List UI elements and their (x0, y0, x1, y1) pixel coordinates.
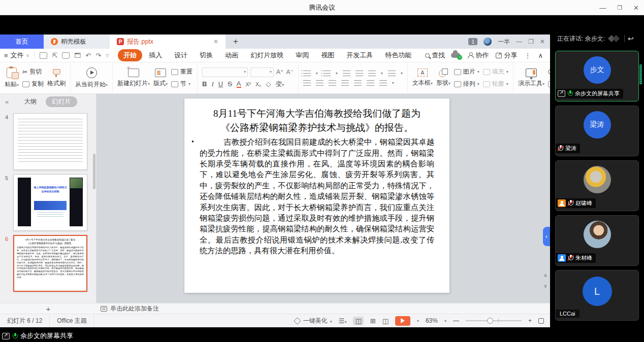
tab-start[interactable]: 开始 (118, 49, 142, 61)
save-icon[interactable] (40, 52, 47, 59)
subscript-button[interactable]: X₂ (255, 81, 261, 87)
decrease-indent-button[interactable] (343, 71, 350, 76)
collaborate-button[interactable]: 协作 (467, 51, 489, 60)
tab-animation[interactable]: 动画 (219, 49, 244, 61)
sidebar-collapse-icon[interactable]: « (5, 98, 9, 106)
underline-button[interactable]: U (218, 80, 223, 88)
normal-view-icon[interactable]: ◫ (353, 317, 363, 325)
increase-indent-button[interactable] (356, 71, 363, 76)
present-tools-button[interactable]: 演示工具▾ (518, 69, 544, 88)
strikethrough-button[interactable]: S (228, 80, 232, 88)
zoom-slider[interactable] (466, 320, 522, 321)
beautify-button[interactable]: 一键美化 ▴ (294, 317, 332, 325)
tab-outline[interactable]: 大纲 (24, 97, 37, 106)
reading-view-icon[interactable]: ◫ (382, 317, 389, 325)
collapse-ribbon-icon[interactable]: ∧ (538, 52, 543, 59)
output-icon[interactable]: ⇱ (52, 52, 57, 59)
tab-review[interactable]: 审阅 (290, 49, 314, 61)
align-right-button[interactable] (329, 80, 336, 86)
undo-icon[interactable]: ↶ (85, 52, 91, 59)
slide-thumb-4[interactable]: 4 (0, 113, 96, 170)
find-button[interactable]: 查找 (548, 67, 550, 76)
superscript-button[interactable]: X² (246, 81, 251, 87)
participant-tile-sharer[interactable]: 步文 佘步文的屏幕共享 (555, 51, 639, 101)
notes-toggle-icon[interactable]: ☰▾ (339, 317, 347, 325)
slide-6-thumbnail[interactable]: 8月11号下午河海大学吉伯海教授给我们做了题为 《公路桥梁钢箱梁养护技术与挑战》… (13, 235, 87, 292)
close-icon[interactable]: ✕ (633, 5, 639, 11)
section-button[interactable]: 节▾ (171, 80, 192, 88)
wps-restore-icon[interactable]: ❐ (528, 38, 534, 45)
font-name-select[interactable] (202, 67, 248, 77)
text-direction-button[interactable] (388, 71, 396, 76)
slide-thumb-5[interactable]: 5 海上风电桩基础静动力特性与全寿命安全控制 (0, 174, 96, 231)
participant-tile[interactable]: 朱材峰 (555, 215, 639, 266)
grow-font-button[interactable]: A⁺ (276, 69, 283, 76)
align-left-button[interactable] (303, 80, 311, 86)
layout-button[interactable]: 版式▾ (153, 69, 168, 88)
cut-button[interactable]: ✂ 剪切 (22, 67, 44, 76)
tab-home[interactable]: 首页 (0, 35, 44, 49)
copy-button[interactable]: 复制 (22, 80, 44, 88)
fill-button[interactable]: 填充▾ (483, 67, 508, 76)
text-tool-button[interactable]: 变▾ (275, 80, 284, 89)
zoom-out-button[interactable]: — (453, 317, 459, 324)
zoom-in-button[interactable]: + (528, 317, 532, 324)
line-spacing-button[interactable] (368, 71, 376, 76)
file-menu[interactable]: ≡ 文件 ∨ (4, 51, 29, 60)
clear-format-button[interactable]: ◇ (266, 80, 271, 88)
distribute-button[interactable] (354, 80, 362, 86)
participant-tile[interactable]: 赵啸峰 (555, 160, 639, 211)
paste-button[interactable]: 粘贴▾ (5, 67, 19, 89)
redo-icon[interactable]: ↷ (95, 52, 101, 59)
smart-typeset-button[interactable] (379, 80, 387, 86)
next-slide-icon[interactable]: ∨ (543, 283, 547, 289)
find-menu[interactable]: 查找 (425, 51, 445, 60)
play-from-current-button[interactable]: 从当前开始▾ (75, 67, 108, 89)
bullet-list-button[interactable] (303, 71, 311, 76)
restore-icon[interactable]: ❐ (617, 5, 622, 11)
zoom-level[interactable]: 63% (426, 317, 438, 324)
tab-slides[interactable]: 幻灯片 (46, 96, 77, 107)
message-count-badge[interactable]: 1 (468, 38, 477, 45)
tab-insert[interactable]: 插入 (143, 49, 168, 61)
outline-button[interactable]: 轮廓▾ (483, 80, 508, 88)
reset-button[interactable]: 重置 (171, 67, 192, 76)
font-color-button[interactable]: A (237, 80, 241, 88)
minimize-icon[interactable]: — (599, 5, 606, 11)
tab-close-icon[interactable]: ✕ (213, 38, 218, 45)
shapes-button[interactable]: 形状▾ (436, 69, 450, 87)
slide-thumb-6[interactable]: 6 8月11号下午河海大学吉伯海教授给我们做了题为 《公路桥梁钢箱梁养护技术与挑… (0, 235, 96, 292)
italic-button[interactable]: I (211, 80, 213, 88)
slide-5-thumbnail[interactable]: 海上风电桩基础静动力特性与全寿命安全控制 (13, 174, 87, 231)
tab-special[interactable]: 特色功能 (379, 49, 417, 61)
print-icon[interactable] (62, 52, 70, 59)
fullscreen-icon[interactable] (538, 318, 544, 324)
font-size-select[interactable] (250, 67, 274, 77)
wps-minimize-icon[interactable]: — (516, 38, 522, 45)
current-slide[interactable]: 8月11号下午河海大学吉伯海教授给我们做了题为 《公路桥梁钢箱梁养护技术与挑战》… (184, 98, 449, 293)
slide-4-thumbnail[interactable] (13, 113, 87, 170)
new-slide-button[interactable]: 新建幻灯片▾ (117, 69, 150, 88)
theme-name[interactable]: Office 主题 (50, 314, 94, 327)
participant-tile[interactable]: 梁涛 梁涛 (555, 106, 639, 156)
notes-placeholder[interactable]: 单击此处添加备注 (110, 304, 159, 313)
columns-button[interactable] (367, 80, 374, 86)
account-avatar[interactable] (484, 38, 492, 46)
account-name[interactable]: 一半 (498, 38, 510, 46)
cloud-sync-icon[interactable]: ✓ (451, 53, 460, 58)
tab-view[interactable]: 视图 (315, 49, 340, 61)
play-options-icon[interactable]: ▾ (417, 319, 419, 323)
picture-button[interactable]: 图片▾ (454, 67, 479, 76)
tab-document[interactable]: P 报告.pptx ✕ (110, 35, 226, 49)
more-menu-icon[interactable]: ⋮ (524, 52, 531, 59)
zoom-options-icon[interactable]: ▾ (444, 319, 446, 323)
preview-icon[interactable]: 🗔 (74, 52, 81, 59)
slideshow-play-button[interactable] (395, 316, 410, 326)
zoom-slider-thumb[interactable] (487, 318, 493, 324)
qat-more-icon[interactable]: ▽ (106, 53, 109, 58)
wps-close-icon[interactable]: ✕ (540, 38, 545, 45)
bold-button[interactable]: B (202, 80, 207, 88)
tab-developer[interactable]: 开发工具 (341, 49, 378, 61)
align-center-button[interactable] (316, 80, 324, 86)
tab-design[interactable]: 设计 (169, 49, 193, 61)
